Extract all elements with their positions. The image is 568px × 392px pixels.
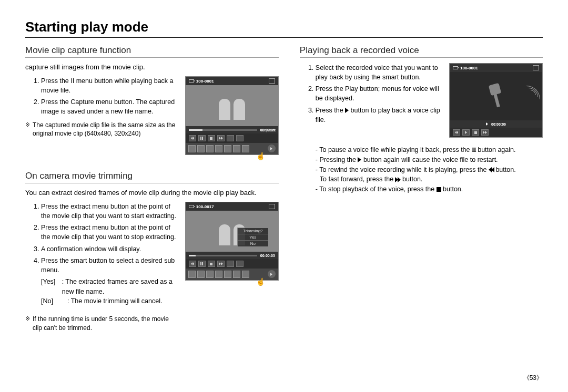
camera-screenshot-voice: 100-0001 (449, 63, 543, 138)
playback-controls (186, 259, 278, 269)
play-button[interactable] (462, 129, 470, 136)
left-column: Movie clip capture function capture stil… (25, 45, 279, 340)
preview-image: Trimming? Yes No 00:00:05 (186, 211, 278, 259)
file-number-label: 100-0017 (196, 204, 214, 209)
section-voice-playback: Playing back a recorded voice Select the… (300, 45, 543, 194)
playback-controls (186, 133, 278, 143)
dialog-title: Trimming? (238, 228, 268, 234)
playback-mode-icon (269, 204, 275, 209)
ff-line: To fast forward, press the button. (316, 174, 543, 184)
fast-forward-button[interactable] (217, 135, 225, 141)
page-title: Starting play mode (25, 19, 543, 38)
option-no-text: : The movie trimming will cancel. (67, 296, 162, 306)
playback-mode-icon (533, 65, 539, 70)
hand-cursor-icon: ☝ (256, 152, 265, 160)
stop-icon (437, 187, 441, 192)
playback-controls (450, 128, 542, 137)
time-bar: 00:00:06 (450, 120, 542, 128)
pause-icon: II (472, 146, 476, 153)
section-heading: Movie clip capture function (25, 45, 279, 58)
rewind-button[interactable] (453, 129, 460, 136)
option-yes-label: [Yes] (41, 277, 57, 297)
capture-button[interactable] (236, 135, 244, 141)
play-circle-button[interactable] (268, 145, 276, 152)
pause-button[interactable] (198, 135, 206, 141)
sub-instructions: - To pause a voice file while playing it… (309, 145, 543, 194)
fast-forward-button[interactable] (217, 261, 225, 267)
section-heading: On camera movie trimming (25, 171, 279, 183)
section-movie-clip-capture: Movie clip capture function capture stil… (25, 45, 279, 155)
camera-screenshot-capture: 100-0001 00:00:15 Capture (185, 76, 279, 155)
capture-button[interactable] (236, 261, 244, 267)
section-movie-trimming: On camera movie trimming You can extract… (25, 171, 279, 333)
option-yes-text: : The extracted frames are saved as a ne… (62, 277, 177, 297)
capture-label: Capture (261, 128, 276, 132)
right-column: Playing back a recorded voice Select the… (300, 45, 543, 340)
hand-cursor-icon: ☝ (256, 277, 265, 286)
battery-icon (453, 66, 458, 69)
rewind-button[interactable] (189, 135, 196, 141)
yes-no-options: [Yes]: The extracted frames are saved as… (25, 277, 177, 306)
section-heading: Playing back a recorded voice (300, 45, 543, 58)
step-item: Select the recorded voice that you want … (316, 63, 441, 82)
elapsed-time: 00:00:06 (491, 122, 506, 126)
pause-line: - To pause a voice file while playing it… (316, 145, 543, 155)
note-text: The captured movie clip file is the same… (25, 121, 177, 139)
step-item: Press the extract menu button at the poi… (41, 223, 177, 242)
stop-line: - To stop playback of the voice, press t… (316, 184, 543, 194)
pause-button[interactable] (198, 261, 206, 267)
section-body: Press the extract menu button at the poi… (25, 202, 177, 333)
two-column-layout: Movie clip capture function capture stil… (25, 45, 543, 340)
step-item: Press the smart button to select a desir… (41, 256, 177, 275)
dialog-option-yes[interactable]: Yes (238, 234, 268, 241)
steps-list: Press the extract menu button at the poi… (25, 202, 177, 275)
play-circle-button[interactable] (268, 270, 276, 278)
elapsed-time: 00:00:05 (260, 254, 275, 257)
section-body: Select the recorded voice that you want … (300, 63, 441, 127)
trim-button[interactable] (227, 261, 234, 267)
preview-image: 00:00:15 Capture (186, 85, 278, 133)
rewind-icon (489, 167, 494, 172)
fast-forward-icon (395, 177, 401, 182)
camera-screenshot-trimming: 100-0017 Trimming? Yes No (185, 202, 279, 281)
restart-line: - Pressing the button again will cause t… (316, 155, 543, 165)
steps-list: Select the recorded voice that you want … (300, 63, 441, 125)
section-intro: You can extract desired frames of movie … (25, 189, 279, 197)
file-number-label: 100-0001 (460, 66, 478, 70)
file-number-label: 100-0001 (196, 79, 214, 84)
voice-preview (450, 72, 542, 120)
battery-icon (189, 205, 194, 208)
play-indicator-icon (486, 122, 488, 126)
step-text-pre: Press the (316, 107, 345, 114)
fast-forward-button[interactable] (481, 129, 489, 136)
section-intro: capture still images from the movie clip… (25, 63, 279, 71)
option-no-label: [No] (41, 296, 62, 306)
stop-button[interactable] (208, 261, 215, 267)
step-item: A confirmation window will display. (41, 244, 177, 254)
playback-mode-icon (269, 78, 275, 84)
stop-button[interactable] (208, 135, 215, 141)
rewind-line: - To rewind the voice recording while it… (316, 165, 543, 175)
step-item: Press the Capture menu button. The captu… (41, 97, 177, 116)
page-number: 53 (523, 374, 543, 383)
battery-icon (189, 79, 194, 82)
step-item: Press the extract menu button at the poi… (41, 202, 177, 221)
section-body: Press the II menu button while playing b… (25, 76, 177, 138)
manual-page: Starting play mode Movie clip capture fu… (0, 0, 568, 353)
trim-button[interactable] (227, 135, 234, 141)
trimming-dialog: Trimming? Yes No (237, 228, 269, 247)
microphone-icon (488, 84, 504, 108)
step-item: Press the button to play back a voice cl… (316, 106, 441, 125)
step-item: Press the II menu button while playing b… (41, 76, 177, 95)
dialog-option-no[interactable]: No (238, 241, 268, 246)
stop-button[interactable] (472, 129, 479, 136)
note-text: If the running time is under 5 seconds, … (25, 315, 177, 333)
step-item: Press the Play button; menus for voice w… (316, 84, 441, 103)
steps-list: Press the II menu button while playing b… (25, 76, 177, 117)
rewind-button[interactable] (189, 261, 196, 267)
